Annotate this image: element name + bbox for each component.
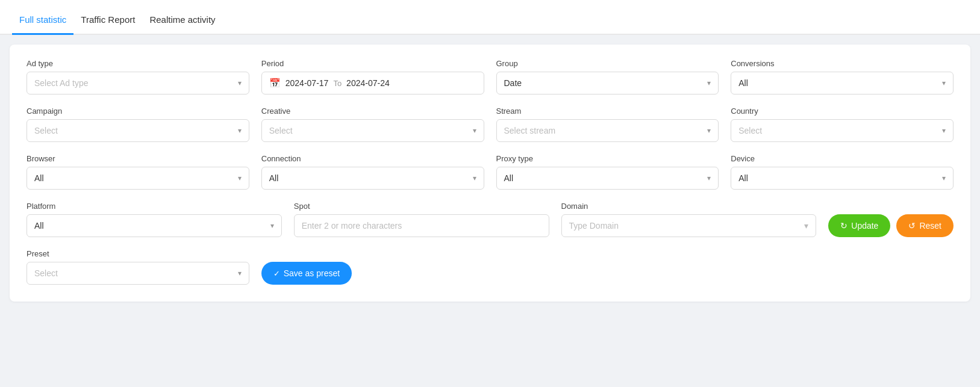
group-label: Group — [496, 59, 719, 68]
tab-realtime-activity[interactable]: Realtime activity — [142, 5, 222, 35]
campaign-chevron-icon: ▾ — [238, 126, 242, 135]
country-select[interactable]: Select ▾ — [731, 119, 953, 142]
bottom-row: Preset Select ▾ ✓ Save as preset — [27, 249, 953, 285]
period-to: 2024-07-24 — [346, 78, 390, 88]
preset-label: Preset — [27, 249, 249, 258]
reset-icon: ↺ — [908, 221, 916, 231]
device-select[interactable]: All ▾ — [731, 167, 953, 190]
campaign-label: Campaign — [27, 107, 249, 116]
connection-label: Connection — [261, 154, 484, 163]
period-from: 2024-07-17 — [286, 78, 329, 88]
tab-traffic-report[interactable]: Traffic Report — [73, 5, 142, 35]
ad-type-placeholder: Select Ad type — [34, 78, 89, 88]
period-field: Period 📅 2024-07-17 To 2024-07-24 — [261, 59, 484, 94]
browser-value: All — [34, 173, 44, 183]
device-value: All — [738, 173, 748, 183]
spot-label: Spot — [294, 202, 549, 211]
campaign-field: Campaign Select ▾ — [27, 107, 249, 142]
domain-select[interactable]: Type Domain ▾ — [561, 214, 817, 237]
device-label: Device — [731, 154, 953, 163]
stream-field: Stream Select stream ▾ — [496, 107, 719, 142]
main-card: Ad type Select Ad type ▾ Period 📅 2024-0… — [10, 45, 970, 302]
campaign-select[interactable]: Select ▾ — [27, 119, 249, 142]
group-value: Date — [504, 78, 522, 88]
domain-placeholder: Type Domain — [569, 221, 619, 231]
domain-label: Domain — [561, 202, 817, 211]
ad-type-select[interactable]: Select Ad type ▾ — [27, 72, 249, 94]
spot-field: Spot — [294, 202, 549, 237]
browser-label: Browser — [27, 154, 249, 163]
update-button[interactable]: ↻ Update — [828, 214, 890, 237]
domain-chevron-icon: ▾ — [804, 221, 808, 231]
check-icon: ✓ — [273, 269, 280, 278]
country-placeholder: Select — [738, 126, 762, 135]
conversions-field: Conversions All ▾ — [731, 59, 953, 94]
preset-chevron-icon: ▾ — [238, 269, 242, 277]
conversions-value: All — [738, 78, 748, 88]
proxy-type-field: Proxy type All ▾ — [496, 154, 719, 190]
platform-field: Platform All ▾ — [27, 202, 282, 237]
tabs-bar: Full statistic Traffic Report Realtime a… — [0, 0, 980, 35]
browser-select[interactable]: All ▾ — [27, 167, 249, 190]
update-icon: ↻ — [840, 221, 847, 231]
update-label: Update — [851, 221, 878, 231]
campaign-placeholder: Select — [34, 126, 58, 135]
preset-placeholder: Select — [34, 268, 58, 278]
conversions-select[interactable]: All ▾ — [731, 72, 953, 94]
stream-select[interactable]: Select stream ▾ — [496, 119, 719, 142]
preset-select[interactable]: Select ▾ — [27, 262, 249, 285]
connection-chevron-icon: ▾ — [473, 174, 476, 182]
proxy-type-select[interactable]: All ▾ — [496, 167, 719, 190]
save-preset-label: Save as preset — [284, 268, 340, 278]
country-field: Country Select ▾ — [731, 107, 953, 142]
browser-chevron-icon: ▾ — [238, 174, 242, 182]
platform-select[interactable]: All ▾ — [27, 214, 282, 237]
spot-input[interactable] — [294, 214, 549, 237]
conversions-chevron-icon: ▾ — [942, 79, 946, 87]
creative-select[interactable]: Select ▾ — [261, 119, 484, 142]
calendar-icon: 📅 — [269, 78, 281, 88]
filter-row-1: Ad type Select Ad type ▾ Period 📅 2024-0… — [27, 59, 953, 94]
country-chevron-icon: ▾ — [942, 126, 946, 135]
proxy-type-chevron-icon: ▾ — [707, 174, 711, 182]
platform-label: Platform — [27, 202, 282, 211]
period-label: Period — [261, 59, 484, 68]
group-chevron-icon: ▾ — [707, 79, 711, 87]
reset-button[interactable]: ↺ Reset — [896, 214, 953, 237]
preset-field: Preset Select ▾ — [27, 249, 249, 285]
period-picker[interactable]: 📅 2024-07-17 To 2024-07-24 — [261, 72, 484, 94]
platform-value: All — [34, 221, 44, 231]
proxy-type-label: Proxy type — [496, 154, 719, 163]
reset-label: Reset — [919, 221, 941, 231]
proxy-type-value: All — [504, 173, 514, 183]
ad-type-chevron-icon: ▾ — [238, 79, 242, 87]
period-to-text: To — [333, 79, 342, 88]
stream-label: Stream — [496, 107, 719, 116]
filter-row-3: Browser All ▾ Connection All ▾ Proxy typ… — [27, 154, 953, 190]
filter-row-2: Campaign Select ▾ Creative Select ▾ Stre… — [27, 107, 953, 142]
country-label: Country — [731, 107, 953, 116]
tab-full-statistic[interactable]: Full statistic — [12, 5, 73, 35]
ad-type-field: Ad type Select Ad type ▾ — [27, 59, 249, 94]
creative-placeholder: Select — [269, 126, 293, 135]
save-preset-button[interactable]: ✓ Save as preset — [261, 262, 352, 285]
device-field: Device All ▾ — [731, 154, 953, 190]
filter-row-4: Platform All ▾ Spot Domain Type Domain ▾ — [27, 202, 953, 237]
action-buttons-container: ↻ Update ↺ Reset — [828, 214, 953, 237]
group-field: Group Date ▾ — [496, 59, 719, 94]
connection-value: All — [269, 173, 279, 183]
ad-type-label: Ad type — [27, 59, 249, 68]
page-wrapper: Full statistic Traffic Report Realtime a… — [0, 0, 980, 387]
device-chevron-icon: ▾ — [942, 174, 946, 182]
domain-field: Domain Type Domain ▾ — [561, 202, 817, 237]
conversions-label: Conversions — [731, 59, 953, 68]
connection-field: Connection All ▾ — [261, 154, 484, 190]
creative-chevron-icon: ▾ — [473, 126, 476, 135]
browser-field: Browser All ▾ — [27, 154, 249, 190]
connection-select[interactable]: All ▾ — [261, 167, 484, 190]
creative-label: Creative — [261, 107, 484, 116]
stream-placeholder: Select stream — [504, 126, 556, 135]
platform-chevron-icon: ▾ — [270, 221, 274, 230]
creative-field: Creative Select ▾ — [261, 107, 484, 142]
group-select[interactable]: Date ▾ — [496, 72, 719, 94]
